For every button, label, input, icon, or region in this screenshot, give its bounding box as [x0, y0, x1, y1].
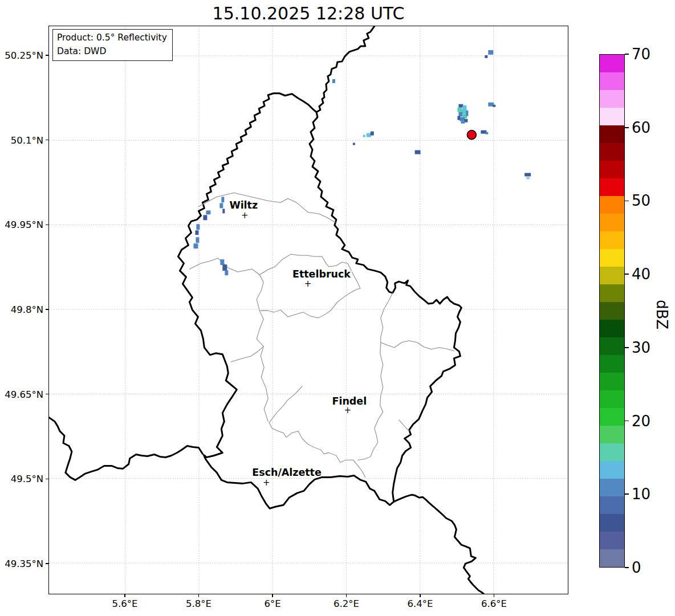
- colorbar-band: [600, 231, 624, 249]
- city-marker: +: [241, 210, 249, 221]
- city-marker: +: [304, 279, 312, 289]
- district-border: [257, 275, 268, 421]
- radar-echo: [222, 264, 227, 271]
- radar-echo: [485, 55, 487, 58]
- x-tick-label: 5.8°E: [186, 598, 212, 609]
- city-label: Ettelbruck: [292, 268, 351, 280]
- x-tick-label: 6.4°E: [408, 598, 433, 609]
- colorbar-band: [600, 532, 624, 549]
- colorbar: [599, 54, 625, 568]
- colorbar-tick-mark: [625, 127, 629, 128]
- colorbar-tick-mark: [625, 347, 629, 348]
- radar-echo: [460, 117, 465, 121]
- y-tick-mark: [46, 394, 48, 395]
- colorbar-band: [600, 337, 624, 355]
- city-label: Findel: [332, 395, 367, 407]
- radar-echo: [367, 133, 371, 137]
- colorbar-tick-mark: [625, 54, 629, 55]
- colorbar-band: [600, 125, 624, 143]
- x-tick-label: 5.6°E: [112, 598, 138, 609]
- y-tick-mark: [46, 563, 48, 564]
- radar-echo: [222, 209, 225, 213]
- y-tick-mark: [46, 479, 48, 480]
- district-border: [381, 341, 454, 351]
- district-border: [399, 420, 409, 431]
- city-label: Esch/Alzette: [252, 467, 321, 478]
- radar-echo: [457, 108, 462, 112]
- radar-echo: [457, 116, 460, 120]
- x-tick-mark: [494, 594, 495, 597]
- colorbar-band: [600, 408, 624, 426]
- colorbar-tick-label: 50: [632, 192, 650, 209]
- radar-echo: [458, 104, 463, 108]
- radar-echo: [195, 230, 198, 235]
- colorbar-tick-mark: [625, 493, 629, 495]
- district-border: [261, 288, 360, 318]
- x-tick-label: 6.6°E: [481, 598, 507, 609]
- y-tick-label: 49.95°N: [0, 219, 43, 230]
- y-tick-label: 50.25°N: [0, 50, 43, 61]
- x-tick-mark: [198, 594, 200, 597]
- colorbar-band: [600, 549, 624, 567]
- colorbar-tick-mark: [625, 274, 629, 275]
- y-tick-label: 50.1°N: [0, 134, 43, 145]
- radar-echo: [193, 243, 198, 248]
- x-tick-mark: [124, 594, 125, 597]
- colorbar-tick-label: 40: [632, 266, 650, 283]
- colorbar-band: [600, 496, 624, 514]
- radar-echo: [371, 132, 374, 136]
- map-svg: +Wiltz+Ettelbruck+Findel+Esch/Alzette: [49, 26, 568, 594]
- city-label: Wiltz: [229, 199, 258, 211]
- y-tick-label: 49.65°N: [0, 389, 43, 399]
- radar-echo: [203, 215, 207, 220]
- radar-echo: [196, 237, 199, 243]
- colorbar-tick-label: 10: [632, 486, 650, 503]
- colorbar-tick-mark: [625, 421, 629, 422]
- colorbar-tick-mark: [625, 201, 629, 202]
- plot-area: +Wiltz+Ettelbruck+Findel+Esch/Alzette: [48, 26, 568, 594]
- colorbar-band: [600, 108, 624, 125]
- x-tick-mark: [272, 594, 273, 597]
- radar-echo: [458, 112, 462, 117]
- colorbar-tick-mark: [625, 567, 629, 568]
- y-tick-mark: [46, 309, 48, 310]
- y-tick-mark: [46, 55, 48, 56]
- radar-site-marker: [467, 130, 476, 140]
- radar-echo: [485, 132, 488, 134]
- radar-echo: [415, 150, 421, 154]
- radar-echo: [332, 79, 335, 83]
- x-tick-mark: [346, 594, 347, 597]
- radar-echo: [196, 224, 200, 230]
- colorbar-tick-label: 60: [632, 119, 650, 136]
- colorbar-band: [600, 426, 624, 443]
- district-border: [358, 293, 393, 460]
- radar-echo: [225, 270, 228, 275]
- x-tick-mark: [420, 594, 421, 597]
- x-tick-label: 6°E: [264, 598, 280, 609]
- colorbar-band: [600, 373, 624, 390]
- product-info-line2: Data: DWD: [57, 44, 167, 58]
- colorbar-band: [600, 514, 624, 532]
- colorbar-tick-label: 70: [632, 46, 650, 63]
- radar-echo: [206, 210, 210, 214]
- colorbar-band: [600, 320, 624, 337]
- country-border: [178, 93, 462, 509]
- y-tick-label: 49.35°N: [0, 558, 43, 569]
- radar-echo: [363, 135, 365, 137]
- colorbar-band: [600, 143, 624, 161]
- colorbar-tick-label: 30: [632, 339, 650, 356]
- y-tick-mark: [46, 225, 48, 226]
- radar-echo: [488, 50, 493, 55]
- radar-echo: [221, 197, 224, 202]
- colorbar-band: [600, 249, 624, 267]
- city-marker: +: [263, 478, 270, 488]
- country-border: [316, 26, 375, 112]
- district-border: [198, 193, 335, 222]
- colorbar-band: [600, 284, 624, 302]
- country-border: [394, 495, 484, 594]
- y-tick-label: 49.8°N: [0, 304, 43, 315]
- colorbar-band: [600, 355, 624, 373]
- colorbar-band: [600, 267, 624, 284]
- radar-echo: [493, 105, 495, 107]
- radar-echo: [462, 105, 466, 109]
